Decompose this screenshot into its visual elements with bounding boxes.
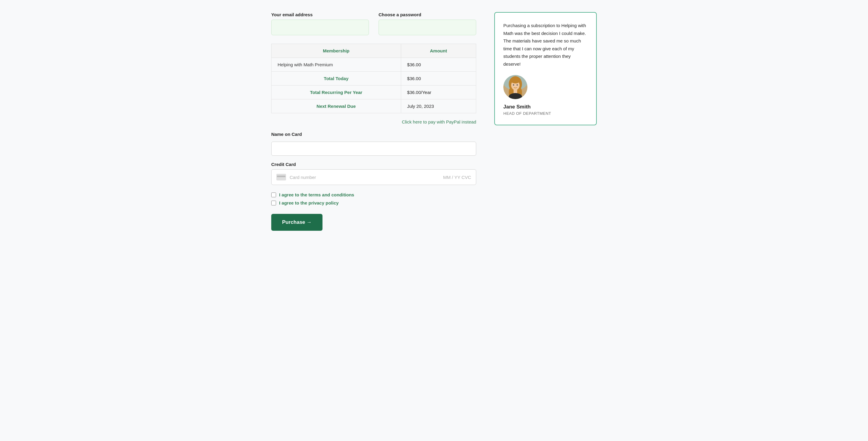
email-input[interactable] [271,20,369,35]
table-row: Next Renewal Due July 20, 2023 [272,99,476,113]
password-input[interactable] [378,20,476,35]
card-number-placeholder: Card number [290,175,439,180]
row-1-label: Helping with Math Premium [272,58,401,72]
col-membership: Membership [272,44,401,58]
purchase-button[interactable]: Purchase → [271,214,322,231]
col-amount: Amount [401,44,476,58]
email-group: Your email address [271,12,369,35]
svg-rect-1 [277,176,285,177]
testimonial-job-title: HEAD OF DEPARTMENT [503,111,588,116]
paypal-link[interactable]: Click here to pay with PayPal instead [402,119,476,124]
row-2-amount: $36.00 [401,72,476,86]
credit-card-section: Credit Card Card number MM / YY CVC [271,162,476,185]
svg-point-11 [517,84,518,86]
name-on-card-input[interactable] [271,141,476,156]
testimonial-quote: Purchasing a subscription to Helping wit… [503,22,588,68]
table-row: Total Today $36.00 [272,72,476,86]
password-group: Choose a password [378,12,476,35]
row-3-amount: $36.00/Year [401,86,476,99]
terms-checkbox[interactable] [271,192,276,197]
svg-point-9 [511,78,520,84]
table-body: Helping with Math Premium $36.00 Total T… [272,58,476,113]
row-3-label: Total Recurring Per Year [272,86,401,99]
left-column: Your email address Choose a password Mem… [271,12,476,231]
testimonial-name: Jane Smith [503,104,588,110]
row-4-label: Next Renewal Due [272,99,401,113]
terms-label: I agree to the terms and conditions [279,192,354,197]
terms-row: I agree to the terms and conditions [271,192,476,197]
card-icon [276,174,286,181]
row-1-amount: $36.00 [401,58,476,72]
row-4-amount: July 20, 2023 [401,99,476,113]
svg-rect-7 [514,90,517,94]
svg-point-10 [513,84,514,86]
privacy-checkbox[interactable] [271,200,276,206]
avatar [503,75,527,99]
credit-card-field[interactable]: Card number MM / YY CVC [271,169,476,185]
name-on-card-label: Name on Card [271,132,476,137]
email-label: Your email address [271,12,369,17]
credit-card-label: Credit Card [271,162,476,167]
testimonial-card: Purchasing a subscription to Helping wit… [494,12,597,125]
row-2-label: Total Today [272,72,401,86]
paypal-row: Click here to pay with PayPal instead [271,119,476,124]
privacy-label: I agree to the privacy policy [279,200,339,206]
privacy-row: I agree to the privacy policy [271,200,476,206]
table-row: Helping with Math Premium $36.00 [272,58,476,72]
right-column: Purchasing a subscription to Helping wit… [494,12,597,231]
password-label: Choose a password [378,12,476,17]
name-on-card-section: Name on Card [271,132,476,156]
membership-table: Membership Amount Helping with Math Prem… [271,44,476,113]
email-password-row: Your email address Choose a password [271,12,476,35]
card-expiry-cvc: MM / YY CVC [443,175,471,180]
checkbox-section: I agree to the terms and conditions I ag… [271,192,476,206]
table-row: Total Recurring Per Year $36.00/Year [272,86,476,99]
